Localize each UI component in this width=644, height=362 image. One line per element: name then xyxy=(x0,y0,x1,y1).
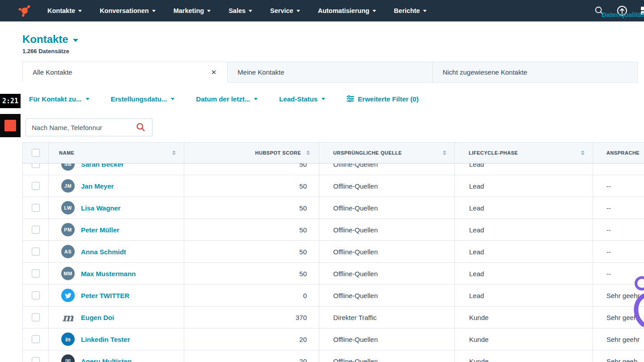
contact-name-link[interactable]: Sarah Becker xyxy=(81,164,124,168)
column-header-lifecycle[interactable]: LIFECYCLE-PHASE xyxy=(454,143,593,163)
nav-item-berichte[interactable]: Berichte xyxy=(394,7,427,14)
page-title: Kontakte xyxy=(22,33,68,46)
row-checkbox[interactable] xyxy=(32,335,40,343)
table-row[interactable]: LW Lisa Wagner 50 Offline-Quellen Lead -… xyxy=(23,197,644,219)
source-cell: Direkter Traffic xyxy=(319,307,454,328)
score-cell: 0 xyxy=(184,285,319,306)
row-checkbox[interactable] xyxy=(32,182,40,190)
avatar: SB xyxy=(61,164,75,171)
tab-alle-kontakte[interactable]: Alle Kontakte ✕ xyxy=(22,62,228,83)
tab-nicht-zugewiesene-kontakte[interactable]: Nicht zugewiesene Kontakte xyxy=(433,62,638,83)
checkbox-cell xyxy=(23,175,48,197)
name-cell: in Linkedin Tester xyxy=(48,328,184,350)
nav-item-konversationen[interactable]: Konversationen xyxy=(100,7,156,14)
contact-name-link[interactable]: Eugen Doi xyxy=(81,314,114,321)
nav-label: Marketing xyxy=(174,7,204,14)
contact-name-link[interactable]: Linkedin Tester xyxy=(81,336,130,343)
row-checkbox[interactable] xyxy=(32,291,40,299)
select-all-checkbox[interactable] xyxy=(32,149,40,157)
table-row[interactable]: MM Max Mustermann 50 Offline-Quellen Lea… xyxy=(23,263,644,285)
chevron-down-icon xyxy=(171,98,174,100)
sort-icon[interactable] xyxy=(443,151,446,155)
ansprache-cell: -- xyxy=(593,241,644,262)
chevron-down-icon xyxy=(78,10,82,12)
filter-label: Für Kontakt zu... xyxy=(29,95,82,103)
stop-icon xyxy=(4,120,16,131)
recording-stop-button[interactable] xyxy=(0,114,21,137)
tab-label: Alle Kontakte xyxy=(33,68,72,76)
row-checkbox[interactable] xyxy=(32,269,40,278)
contact-name-link[interactable]: Max Mustermann xyxy=(81,270,136,278)
ansprache-cell: -- xyxy=(593,263,644,284)
chevron-down-icon xyxy=(207,10,211,12)
contact-name-link[interactable]: Anna Schmidt xyxy=(81,248,126,256)
column-header-name[interactable]: NAME xyxy=(48,143,184,163)
nav-item-sales[interactable]: Sales xyxy=(229,7,252,14)
tab-meine-kontakte[interactable]: Meine Kontakte xyxy=(228,62,432,83)
contact-name-link[interactable]: Peter TWITTER xyxy=(81,292,129,299)
row-checkbox[interactable] xyxy=(32,164,40,168)
checkbox-cell xyxy=(23,263,48,284)
table-row[interactable]: in Linkedin Tester 20 Offline-Quellen Ku… xyxy=(23,328,644,350)
nav-item-marketing[interactable]: Marketing xyxy=(174,7,211,14)
name-cell: PM Peter Müller xyxy=(48,219,184,240)
sort-icon[interactable] xyxy=(581,151,585,155)
nav-item-kontakte[interactable]: Kontakte xyxy=(47,7,82,14)
data-quality-link[interactable]: Datenqualität xyxy=(602,11,644,18)
checkbox-cell xyxy=(23,350,48,362)
row-checkbox[interactable] xyxy=(32,313,40,321)
table-row[interactable]: SB Sarah Becker 50 Offline-Quellen Lead xyxy=(23,164,644,175)
column-header-ansprache[interactable]: ANSPRACHE xyxy=(593,143,644,163)
contact-name-link[interactable]: Peter Müller xyxy=(81,226,119,234)
twitter-icon xyxy=(61,289,75,302)
hubspot-logo-icon[interactable] xyxy=(17,4,32,18)
tab-label: Meine Kontakte xyxy=(237,68,284,76)
checkbox-cell xyxy=(23,307,48,328)
lifecycle-cell: Lead xyxy=(454,197,593,219)
sort-icon[interactable] xyxy=(306,151,310,155)
search-icon[interactable] xyxy=(136,122,145,132)
source-cell: Offline-Quellen xyxy=(319,164,454,175)
filter-lead-status[interactable]: Lead-Status xyxy=(279,95,325,103)
filter-contact-owner[interactable]: Für Kontakt zu... xyxy=(29,95,89,103)
nav-item-automatisierung[interactable]: Automatisierung xyxy=(318,7,376,14)
source-cell: Offline-Quellen xyxy=(319,219,454,240)
table-row[interactable]: AS Anna Schmidt 50 Offline-Quellen Lead … xyxy=(23,241,644,263)
nav-label: Sales xyxy=(229,7,246,14)
contact-name-link[interactable]: Jan Meyer xyxy=(81,182,114,190)
table-search xyxy=(25,118,153,136)
advanced-filters-label: Erweiterte Filter (0) xyxy=(358,95,419,103)
chevron-down-icon xyxy=(322,98,325,100)
contact-name-link[interactable]: Ageru Multistep xyxy=(81,358,131,362)
score-cell: 50 xyxy=(184,219,319,240)
search-input[interactable] xyxy=(25,118,153,136)
table-row[interactable]: m Eugen Doi 370 Direkter Traffic Kunde S… xyxy=(23,307,644,328)
column-header-source[interactable]: URSPRÜNGLICHE QUELLE xyxy=(319,143,454,163)
checkbox-cell xyxy=(23,219,48,240)
table-row[interactable]: JM Jan Meyer 50 Offline-Quellen Lead -- xyxy=(23,175,644,197)
view-selector[interactable]: Kontakte xyxy=(22,33,644,46)
ansprache-cell: Sehr geehr xyxy=(593,285,644,306)
nav-item-service[interactable]: Service xyxy=(270,7,300,14)
column-header-score[interactable]: HUBSPOT SCORE xyxy=(184,143,319,163)
filter-label: Datum der letzt... xyxy=(196,95,250,103)
row-checkbox[interactable] xyxy=(32,204,40,212)
table-row[interactable]: PM Peter Müller 50 Offline-Quellen Lead … xyxy=(23,219,644,241)
filter-create-date[interactable]: Erstellungsdatu... xyxy=(111,95,175,103)
row-checkbox[interactable] xyxy=(32,248,40,256)
table-row[interactable]: ✉ Ageru Multistep 20 Offline-Quellen Kun… xyxy=(23,350,644,362)
table-row[interactable]: Peter TWITTER 0 Offline-Quellen Lead Seh… xyxy=(23,285,644,307)
checkbox-cell xyxy=(23,164,48,175)
source-cell: Offline-Quellen xyxy=(319,241,454,262)
sort-icon[interactable] xyxy=(172,151,176,155)
close-icon[interactable]: ✕ xyxy=(211,68,217,76)
lifecycle-cell: Lead xyxy=(454,175,593,197)
advanced-filters-button[interactable]: Erweiterte Filter (0) xyxy=(347,95,419,103)
contact-name-link[interactable]: Lisa Wagner xyxy=(81,204,121,212)
row-checkbox[interactable] xyxy=(32,357,40,362)
row-checkbox[interactable] xyxy=(32,226,40,234)
avatar: AS xyxy=(61,245,75,258)
filter-last-activity[interactable]: Datum der letzt... xyxy=(196,95,258,103)
tab-label: Nicht zugewiesene Kontakte xyxy=(443,68,527,76)
email-icon: ✉ xyxy=(61,354,75,362)
